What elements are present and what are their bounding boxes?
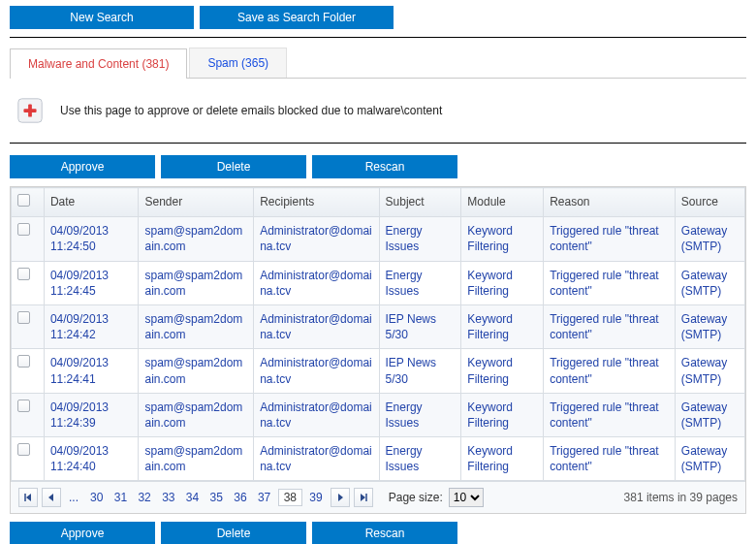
row-checkbox[interactable] (17, 443, 30, 456)
results-table: Date Sender Recipients Subject Module Re… (11, 187, 745, 481)
pager-first-button[interactable] (18, 488, 38, 507)
malware-info-icon (16, 96, 45, 125)
page-link-36[interactable]: 36 (230, 491, 250, 504)
cell: spam@spam2domain.com (139, 437, 254, 481)
cell: 04/09/2013 11:24:50 (44, 217, 139, 261)
col-subject[interactable]: Subject (379, 188, 461, 217)
page-link-34[interactable]: 34 (182, 491, 203, 504)
table-row[interactable]: 04/09/2013 11:24:45spam@spam2domain.comA… (12, 261, 745, 304)
cell: Administrator@domaina.tcv (254, 217, 379, 261)
pager: ... 30 31 32 33 34 35 36 37 38 39 Page s… (11, 481, 745, 513)
table-row[interactable]: 04/09/2013 11:24:40spam@spam2domain.comA… (12, 437, 745, 481)
col-date[interactable]: Date (44, 188, 139, 217)
cell: 04/09/2013 11:24:41 (44, 349, 139, 393)
pager-ellipsis[interactable]: ... (65, 491, 82, 504)
rescan-button-bottom[interactable]: Rescan (312, 522, 457, 544)
page-link-38[interactable]: 38 (278, 489, 302, 506)
cell: Energy Issues (379, 393, 461, 436)
page-link-30[interactable]: 30 (86, 491, 107, 504)
cell: Triggered rule "threat content" (544, 393, 676, 436)
approve-button-bottom[interactable]: Approve (10, 522, 155, 544)
cell: Gateway (SMTP) (675, 393, 744, 436)
cell: Gateway (SMTP) (675, 261, 744, 304)
cell: spam@spam2domain.com (139, 349, 254, 393)
cell: Gateway (SMTP) (675, 349, 744, 393)
page-link-31[interactable]: 31 (110, 491, 131, 504)
cell: Administrator@domaina.tcv (254, 261, 379, 304)
page-link-39[interactable]: 39 (305, 491, 326, 504)
info-strip: Use this page to approve or delete email… (10, 79, 746, 144)
pager-prev-button[interactable] (42, 488, 61, 507)
pager-totals: 381 items in 39 pages (624, 491, 738, 504)
row-checkbox[interactable] (17, 268, 30, 280)
page-size-label: Page size: (389, 491, 443, 504)
cell: 04/09/2013 11:24:45 (44, 261, 139, 304)
cell: Keyword Filtering (461, 393, 544, 436)
col-reason[interactable]: Reason (544, 188, 676, 217)
page-size-select[interactable]: 10 (449, 488, 484, 507)
row-checkbox[interactable] (17, 355, 30, 368)
col-recipients[interactable]: Recipients (254, 188, 379, 217)
cell: Gateway (SMTP) (675, 437, 744, 481)
cell: Keyword Filtering (461, 217, 544, 261)
delete-button-bottom[interactable]: Delete (161, 522, 306, 544)
cell: Administrator@domaina.tcv (254, 304, 379, 348)
delete-button-top[interactable]: Delete (161, 155, 306, 178)
cell: 04/09/2013 11:24:40 (44, 437, 139, 481)
page-link-32[interactable]: 32 (134, 491, 154, 504)
col-sender[interactable]: Sender (139, 188, 254, 217)
cell: Keyword Filtering (461, 304, 544, 348)
svg-rect-2 (28, 104, 32, 116)
row-checkbox-cell (12, 437, 45, 481)
cell: spam@spam2domain.com (139, 393, 254, 436)
cell: Keyword Filtering (461, 261, 544, 304)
row-checkbox[interactable] (17, 400, 30, 412)
divider (10, 37, 746, 38)
table-row[interactable]: 04/09/2013 11:24:50spam@spam2domain.comA… (12, 217, 745, 261)
page-link-35[interactable]: 35 (206, 491, 227, 504)
select-all-checkbox[interactable] (17, 194, 30, 207)
cell: Triggered rule "threat content" (544, 304, 676, 348)
save-as-search-folder-button[interactable]: Save as Search Folder (200, 6, 394, 29)
cell: Energy Issues (379, 437, 461, 481)
info-text: Use this page to approve or delete email… (60, 104, 442, 117)
cell: Triggered rule "threat content" (544, 261, 676, 304)
row-checkbox[interactable] (17, 223, 30, 236)
cell: Triggered rule "threat content" (544, 349, 676, 393)
pager-last-button[interactable] (354, 488, 373, 507)
cell: 04/09/2013 11:24:39 (44, 393, 139, 436)
row-checkbox-cell (12, 261, 45, 304)
cell: IEP News 5/30 (379, 349, 461, 393)
cell: Gateway (SMTP) (675, 217, 744, 261)
tab-0[interactable]: Malware and Content (381) (10, 48, 187, 79)
cell: spam@spam2domain.com (139, 217, 254, 261)
cell: Energy Issues (379, 217, 461, 261)
cell: Triggered rule "threat content" (544, 437, 676, 481)
cell: spam@spam2domain.com (139, 304, 254, 348)
tab-1[interactable]: Spam (365) (189, 48, 287, 78)
cell: Keyword Filtering (461, 437, 544, 481)
rescan-button-top[interactable]: Rescan (312, 155, 457, 178)
tabbar: Malware and Content (381)Spam (365) (10, 48, 746, 79)
cell: Administrator@domaina.tcv (254, 393, 379, 436)
cell: IEP News 5/30 (379, 304, 461, 348)
header-checkbox-cell (12, 188, 45, 217)
cell: Administrator@domaina.tcv (254, 437, 379, 481)
col-source[interactable]: Source (675, 188, 744, 217)
page-link-37[interactable]: 37 (254, 491, 274, 504)
col-module[interactable]: Module (461, 188, 544, 217)
row-checkbox-cell (12, 304, 45, 348)
row-checkbox-cell (12, 349, 45, 393)
table-row[interactable]: 04/09/2013 11:24:39spam@spam2domain.comA… (12, 393, 745, 436)
table-row[interactable]: 04/09/2013 11:24:41spam@spam2domain.comA… (12, 349, 745, 393)
page-link-33[interactable]: 33 (158, 491, 178, 504)
table-row[interactable]: 04/09/2013 11:24:42spam@spam2domain.comA… (12, 304, 745, 348)
results-table-wrap: Date Sender Recipients Subject Module Re… (10, 186, 746, 514)
cell: spam@spam2domain.com (139, 261, 254, 304)
row-checkbox[interactable] (17, 311, 30, 324)
pager-next-button[interactable] (331, 488, 350, 507)
row-checkbox-cell (12, 393, 45, 436)
cell: Gateway (SMTP) (675, 304, 744, 348)
approve-button-top[interactable]: Approve (10, 155, 155, 178)
new-search-button[interactable]: New Search (10, 6, 194, 29)
